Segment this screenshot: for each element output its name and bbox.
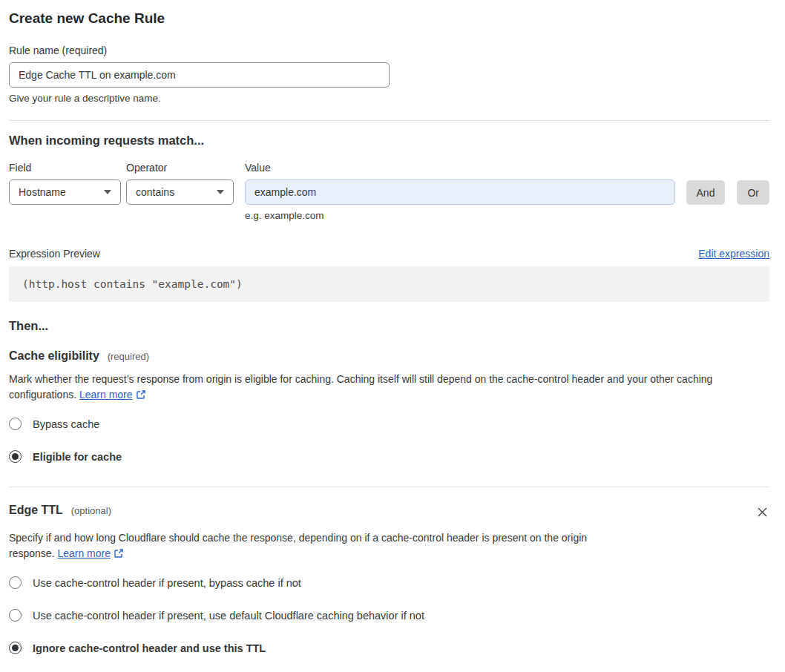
edge-ttl-heading: Edge TTL	[9, 504, 63, 516]
learn-more-link[interactable]: Learn more	[79, 389, 133, 401]
create-cache-rule-form: Create new Cache Rule Rule name (require…	[0, 0, 785, 672]
cache-eligibility-heading: Cache eligibility	[9, 349, 99, 362]
cache-eligibility-options: Bypass cache Eligible for cache	[9, 410, 769, 470]
field-select-value: Hostname	[19, 186, 66, 198]
expression-code: (http.host contains "example.com")	[22, 278, 243, 290]
radio-option-label: Ignore cache-control header and use this…	[33, 642, 266, 654]
radio-option-label: Eligible for cache	[33, 451, 122, 463]
radio-option-label: Bypass cache	[33, 418, 99, 430]
radio-option-use-header-default[interactable]: Use cache-control header if present, use…	[9, 602, 769, 629]
operator-select-value: contains	[136, 186, 174, 198]
radio-option-bypass-cache[interactable]: Bypass cache	[9, 410, 769, 438]
or-button[interactable]: Or	[737, 180, 769, 205]
cache-eligibility-description: Mark whether the request’s response from…	[9, 372, 760, 403]
cache-eligibility-section: Cache eligibility (required) Mark whethe…	[9, 349, 769, 470]
radio-option-eligible-for-cache[interactable]: Eligible for cache	[9, 443, 769, 470]
expression-code-block: (http.host contains "example.com")	[9, 266, 769, 302]
value-label: Value	[245, 162, 675, 174]
and-button[interactable]: And	[686, 180, 726, 205]
match-section: When incoming requests match... Field Ho…	[9, 134, 769, 221]
edge-ttl-description: Specify if and how long Cloudflare shoul…	[9, 530, 626, 561]
edit-expression-link[interactable]: Edit expression	[698, 248, 769, 260]
operator-label: Operator	[126, 162, 234, 174]
external-link-icon	[114, 548, 124, 559]
value-help: e.g. example.com	[245, 210, 675, 221]
edge-ttl-optional-note: (optional)	[71, 505, 111, 516]
radio-icon[interactable]	[9, 418, 22, 430]
edge-ttl-section: Edge TTL (optional) Specify if and how l…	[9, 504, 769, 672]
learn-more-link[interactable]: Learn more	[57, 547, 111, 559]
expression-preview-label: Expression Preview	[9, 248, 100, 260]
field-select[interactable]: Hostname	[9, 179, 121, 205]
rule-name-input[interactable]	[9, 62, 390, 88]
radio-option-ignore-header-use-ttl[interactable]: Ignore cache-control header and use this…	[9, 634, 769, 662]
external-link-icon	[136, 389, 146, 400]
radio-option-use-header-bypass[interactable]: Use cache-control header if present, byp…	[9, 569, 769, 596]
rule-name-block: Rule name (required) Give your rule a de…	[9, 45, 769, 104]
expression-preview-row: Expression Preview Edit expression	[9, 248, 769, 260]
divider	[9, 120, 769, 121]
divider	[9, 487, 769, 487]
operator-select[interactable]: contains	[126, 179, 234, 205]
field-label: Field	[9, 162, 121, 174]
rule-name-label: Rule name (required)	[9, 45, 769, 56]
close-icon[interactable]	[755, 505, 769, 521]
radio-option-label: Use cache-control header if present, byp…	[33, 577, 301, 589]
edge-ttl-options: Use cache-control header if present, byp…	[9, 569, 769, 662]
radio-icon[interactable]	[9, 642, 22, 654]
then-heading: Then...	[9, 319, 769, 333]
chevron-down-icon	[217, 190, 224, 194]
match-heading: When incoming requests match...	[9, 134, 769, 148]
radio-icon[interactable]	[9, 609, 22, 622]
rule-name-help: Give your rule a descriptive name.	[9, 93, 769, 104]
cache-eligibility-required-note: (required)	[108, 351, 149, 362]
radio-option-label: Use cache-control header if present, use…	[33, 610, 424, 622]
page-title: Create new Cache Rule	[9, 10, 769, 27]
chevron-down-icon	[104, 190, 111, 194]
value-input[interactable]	[245, 179, 675, 205]
radio-icon[interactable]	[9, 450, 22, 463]
radio-icon[interactable]	[9, 576, 22, 589]
